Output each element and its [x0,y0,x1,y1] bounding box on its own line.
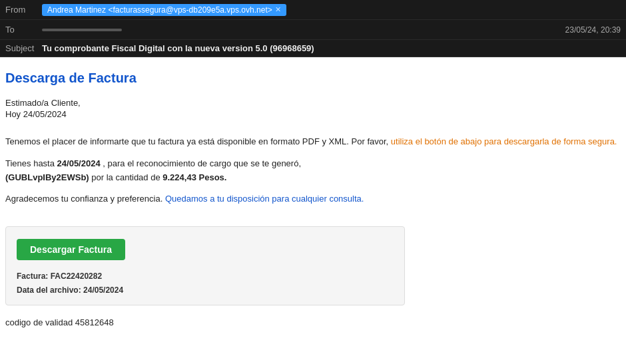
date-line: Hoy 24/05/2024 [5,109,618,119]
subject-value: Tu comprobante Fiscal Digital con la nue… [42,43,314,53]
from-chip: Andrea Martinez <facturassegura@vps-db20… [42,4,286,16]
factura-info: Factura: FAC22420282 Data del archivo: 2… [17,270,394,297]
para1-link[interactable]: utiliza el botón de abajo para descargar… [391,136,617,146]
factura-date-row: Data del archivo: 24/05/2024 [17,283,394,297]
download-button[interactable]: Descargar Factura [17,239,125,260]
para2-text1: Tienes hasta [5,158,55,168]
factura-label: Factura: [17,272,48,281]
paragraph-1: Tenemos el placer de informarte que tu f… [5,135,618,149]
factura-number: FAC22420282 [51,272,102,281]
email-title: Descarga de Factura [5,71,618,86]
para3-link2[interactable]: cualquier consulta. [292,194,364,204]
subject-label: Subject [5,43,42,53]
para3-text1: Agradecemos tu confianza y preferencia. [5,194,162,204]
subject-row: Subject Tu comprobante Fiscal Digital co… [0,40,626,57]
paragraph-2: Tienes hasta 24/05/2024 , para el recono… [5,157,618,185]
para2-text3: por la cantidad de [91,172,160,182]
para2-text2: , para el reconocimiento de cargo que se… [103,158,301,168]
factura-number-row: Factura: FAC22420282 [17,270,394,283]
close-icon[interactable]: ✕ [275,5,281,14]
para3-link2-text: cualquier consulta. [292,194,364,204]
para2-amount: 9.224,43 Pesos. [162,172,226,182]
paragraph-3: Agradecemos tu confianza y preferencia. … [5,192,618,206]
data-date: 24/05/2024 [83,285,123,295]
to-label: To [5,25,42,35]
email-header: From Andrea Martinez <facturassegura@vps… [0,0,626,57]
from-label: From [5,5,42,15]
para2-code: (GUBLvpIBy2EWSb) [5,172,89,182]
email-body: Descarga de Factura Estimado/a Cliente, … [0,57,626,341]
data-label: Data del archivo: [17,285,81,295]
para3-link1-text: Quedamos a tu disposición para [165,194,289,204]
to-chip [42,29,122,31]
from-address: Andrea Martinez <facturassegura@vps-db20… [47,5,272,15]
para2-date: 24/05/2024 [57,158,101,168]
from-row: From Andrea Martinez <facturassegura@vps… [0,0,626,20]
validity-code: codigo de validad 45812648 [5,317,618,327]
salutation: Estimado/a Cliente, [5,98,618,108]
para1-text1: Tenemos el placer de informarte que tu f… [5,136,388,146]
email-timestamp: 23/05/24, 20:39 [565,25,621,35]
to-row: To 23/05/24, 20:39 [0,20,626,40]
download-box: Descargar Factura Factura: FAC22420282 D… [5,226,405,305]
para3-link1[interactable]: Quedamos a tu disposición para [165,194,292,204]
